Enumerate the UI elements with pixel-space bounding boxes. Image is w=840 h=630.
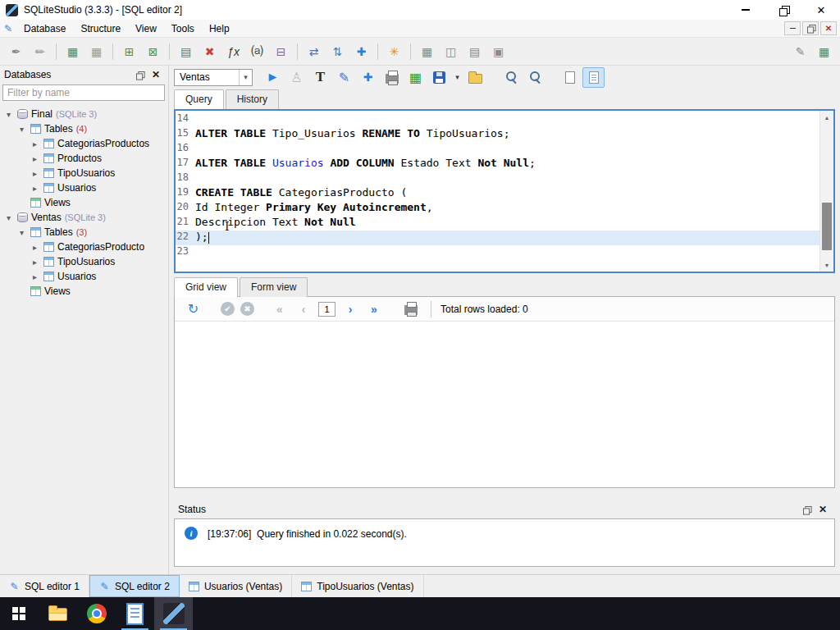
scroll-up-icon[interactable]: ▲ bbox=[820, 111, 833, 124]
results-in-tab-icon[interactable] bbox=[559, 67, 581, 88]
edit-code-icon[interactable]: ✎ bbox=[333, 67, 355, 88]
tree-item-ventas-tipousuarios[interactable]: ▸TipoUsuarios bbox=[0, 254, 168, 269]
expand-all-icon[interactable]: ✚ bbox=[350, 41, 372, 62]
editor-line[interactable]: 23 bbox=[176, 245, 819, 260]
document-app-icon[interactable] bbox=[116, 597, 154, 630]
tab-usuarios-ventas[interactable]: Usuarios (Ventas) bbox=[180, 575, 292, 597]
page-number-box[interactable]: 1 bbox=[318, 302, 336, 317]
editor-line[interactable]: 21Descripcion Text Not Null bbox=[176, 216, 819, 231]
import-icon[interactable]: ⊞ bbox=[118, 41, 140, 62]
tree-item-final-db[interactable]: ▾Final(SQLite 3) bbox=[0, 107, 168, 121]
editor-line[interactable]: 16 bbox=[176, 142, 819, 157]
chrome-icon[interactable] bbox=[77, 597, 116, 630]
connect-database-icon[interactable]: ✒ bbox=[5, 41, 27, 62]
tab-grid-view[interactable]: Grid view bbox=[174, 277, 238, 297]
close-status-button[interactable]: ✕ bbox=[815, 502, 831, 517]
save-options-arrow-icon[interactable]: ▾ bbox=[452, 67, 463, 88]
menu-help[interactable]: Help bbox=[202, 20, 237, 37]
database-selector[interactable]: Ventas ▾ bbox=[174, 69, 253, 86]
functions-editor-icon[interactable]: ƒx bbox=[222, 41, 244, 62]
sqlitestudio-taskbar-icon[interactable] bbox=[154, 597, 193, 630]
expand-icon[interactable]: ▸ bbox=[30, 258, 40, 267]
expand-icon[interactable]: ▸ bbox=[30, 139, 40, 148]
tree-item-ventas-views[interactable]: ▸Views bbox=[0, 284, 168, 299]
mdi-close-button[interactable]: ✕ bbox=[820, 21, 837, 35]
next-page-icon[interactable]: › bbox=[341, 301, 359, 317]
layout-cascade-icon[interactable]: ▣ bbox=[487, 41, 509, 62]
editor-line[interactable]: 20Id Integer Primary Key Autoincrement, bbox=[176, 201, 819, 216]
float-panel-button[interactable] bbox=[131, 67, 148, 82]
refresh-icon[interactable]: ↻ bbox=[182, 299, 204, 319]
add-database-icon[interactable]: ▦ bbox=[62, 41, 84, 62]
collapse-icon[interactable]: ▾ bbox=[16, 125, 27, 134]
print-icon[interactable] bbox=[381, 67, 403, 88]
disconnect-database-icon[interactable]: ✏ bbox=[29, 41, 51, 62]
expand-icon[interactable]: ▸ bbox=[30, 243, 40, 252]
editor-current-line[interactable]: 22); bbox=[176, 231, 819, 245]
remove-database-icon[interactable]: ▦ bbox=[85, 41, 107, 62]
layout-columns-icon[interactable]: ◫ bbox=[440, 41, 462, 62]
menu-database[interactable]: Database bbox=[16, 20, 73, 37]
find-icon[interactable] bbox=[500, 67, 522, 88]
commit-icon[interactable]: ✔ bbox=[221, 302, 235, 316]
save-sql-icon[interactable] bbox=[428, 67, 450, 88]
menu-view[interactable]: View bbox=[128, 20, 164, 37]
find-next-icon[interactable] bbox=[523, 67, 546, 88]
collations-editor-icon[interactable]: ⒜ bbox=[246, 41, 268, 62]
navigate-block-icon[interactable]: ✚ bbox=[357, 67, 379, 88]
filter-input[interactable] bbox=[2, 84, 165, 101]
close-panel-button[interactable]: ✕ bbox=[148, 67, 164, 82]
tab-query[interactable]: Query bbox=[174, 89, 224, 109]
rollback-icon[interactable]: ✖ bbox=[240, 302, 254, 316]
layout-rows-icon[interactable]: ▤ bbox=[463, 41, 486, 62]
new-table-icon[interactable]: ▤ bbox=[175, 41, 197, 62]
open-ddl-history-icon[interactable]: ▦ bbox=[813, 41, 835, 62]
tree-item-categoriasproductos[interactable]: ▸CategoriasProductos bbox=[0, 136, 168, 151]
tree-item-ventas-tables[interactable]: ▾Tables(3) bbox=[0, 225, 168, 240]
tree-item-final-tables[interactable]: ▾Tables(4) bbox=[0, 121, 168, 136]
tree-item-ventas-usuarios[interactable]: ▸Usuarios bbox=[0, 269, 168, 284]
mdi-restore-button[interactable] bbox=[802, 21, 819, 35]
export-results-icon[interactable]: ▦ bbox=[404, 67, 427, 88]
tree-item-tipousuarios[interactable]: ▸TipoUsuarios bbox=[0, 166, 168, 180]
expand-icon[interactable]: ▸ bbox=[30, 272, 40, 281]
open-sql-editor-icon[interactable]: ✎ bbox=[789, 41, 811, 62]
tab-form-view[interactable]: Form view bbox=[240, 277, 308, 297]
expand-icon[interactable]: ▸ bbox=[30, 184, 40, 193]
tree-item-usuarios[interactable]: ▸Usuarios bbox=[0, 180, 168, 195]
expand-icon[interactable]: ▸ bbox=[30, 169, 40, 178]
tree-item-ventas-db[interactable]: ▾Ventas(SQLite 3) bbox=[0, 210, 168, 225]
editor-line[interactable]: 14 bbox=[176, 112, 819, 127]
tree-item-categoriasproducto[interactable]: ▸CategoriasProducto bbox=[0, 240, 168, 254]
tree-item-final-views[interactable]: ▸Views bbox=[0, 195, 168, 210]
editor-line[interactable]: 18 bbox=[176, 171, 819, 186]
editor-line[interactable]: 19CREATE TABLE CategoriasProducto ( bbox=[176, 186, 819, 201]
attach-database-icon[interactable]: ⊟ bbox=[270, 41, 292, 62]
last-page-icon[interactable]: » bbox=[365, 301, 383, 317]
editor-line[interactable]: 17ALTER TABLE Usuarios ADD COLUMN Estado… bbox=[176, 157, 819, 171]
scrollbar-thumb[interactable] bbox=[822, 203, 832, 250]
tab-sql-editor-2[interactable]: ✎SQL editor 2 bbox=[89, 575, 180, 597]
format-sql-icon[interactable]: T bbox=[309, 67, 331, 88]
collapse-icon[interactable]: ▾ bbox=[3, 110, 14, 119]
start-button[interactable] bbox=[0, 597, 39, 630]
explain-query-plan-icon[interactable]: ♙ bbox=[285, 67, 308, 88]
tab-history[interactable]: History bbox=[226, 89, 279, 109]
execute-query-icon[interactable]: ► bbox=[262, 67, 284, 88]
menu-tools[interactable]: Tools bbox=[164, 20, 202, 37]
mdi-minimize-button[interactable] bbox=[784, 21, 801, 35]
prev-page-icon[interactable]: ‹ bbox=[294, 301, 313, 317]
sql-editor[interactable]: 1415ALTER TABLE Tipo_Usuarios RENAME TO … bbox=[174, 109, 835, 273]
results-grid[interactable] bbox=[175, 322, 834, 487]
tree-item-productos[interactable]: ▸Productos bbox=[0, 151, 168, 166]
restore-button[interactable] bbox=[765, 0, 802, 20]
layout-tile-icon[interactable]: ▦ bbox=[416, 41, 438, 62]
collapse-icon[interactable]: ▾ bbox=[3, 213, 14, 222]
expand-icon[interactable]: ▸ bbox=[30, 154, 40, 163]
print-grid-icon[interactable] bbox=[399, 299, 422, 319]
export-icon[interactable]: ⊠ bbox=[142, 41, 164, 62]
file-explorer-icon[interactable] bbox=[39, 597, 77, 630]
tab-tipousuarios-ventas[interactable]: TipoUsuarios (Ventas) bbox=[292, 575, 423, 597]
import-table-data-icon[interactable]: ⇄ bbox=[303, 41, 325, 62]
results-below-icon[interactable] bbox=[582, 67, 605, 88]
